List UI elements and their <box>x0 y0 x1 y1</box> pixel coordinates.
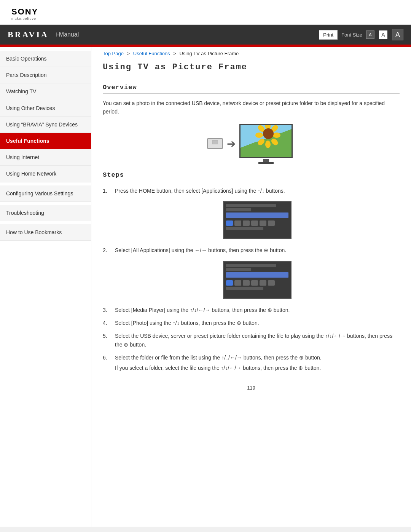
tv-screen <box>239 124 293 158</box>
bravia-logo: BRAVIA <box>8 30 49 40</box>
step-text-1: Press the HOME button, then select [Appl… <box>115 187 400 197</box>
sidebar: Basic OperationsParts DescriptionWatchin… <box>0 47 91 527</box>
sunflower-center <box>263 128 274 139</box>
sunflower <box>261 127 275 141</box>
step-num-2: 2. <box>103 246 112 256</box>
mock-icon-5 <box>268 280 275 286</box>
usb-icon <box>207 138 223 149</box>
petal-br <box>270 137 279 146</box>
sidebar-item-useful-functions[interactable]: Useful Functions <box>0 133 91 149</box>
step-item-4: 4.Select [Photo] using the ↑/↓ buttons, … <box>103 319 400 329</box>
petal-bot <box>265 141 271 148</box>
step-item-3: 3.Select [Media Player] using the ↑/↓/←/… <box>103 306 400 316</box>
step-item-2: 2.Select [All Applications] using the ←/… <box>103 246 400 256</box>
content-area: Top Page > Useful Functions > Using TV a… <box>91 47 411 527</box>
sidebar-item-parts-description[interactable]: Parts Description <box>0 67 91 83</box>
mock-icon-2 <box>243 220 250 226</box>
petal-r <box>273 133 280 138</box>
step-num-6: 6. <box>103 353 112 374</box>
breadcrumb-sep1: > <box>127 51 130 56</box>
step-item-6: 6.Select the folder or file from the lis… <box>103 353 400 374</box>
step-num-5: 5. <box>103 332 112 350</box>
nav-bar: BRAVIA i-Manual Print Font Size A A A <box>0 25 411 45</box>
sidebar-item-how-to-use-bookmarks[interactable]: How to Use Bookmarks <box>0 224 91 241</box>
imanual-label: i-Manual <box>56 31 79 38</box>
sidebar-item-using-bravia-sync[interactable]: Using “BRAVIA” Sync Devices <box>0 117 91 133</box>
petal-bl <box>256 137 266 146</box>
usb-body <box>207 138 223 149</box>
mock-icon-1 <box>234 280 241 286</box>
nav-controls: Print Font Size A A A <box>319 29 403 40</box>
petal-l <box>255 133 263 138</box>
steps-heading: Steps <box>103 171 400 181</box>
page-title: Using TV as Picture Frame <box>103 62 400 76</box>
step-item-1: 1.Press the HOME button, then select [Ap… <box>103 187 400 197</box>
step-text-2: Select [All Applications] using the ←/→ … <box>115 246 400 256</box>
mock-icon-3 <box>251 220 258 226</box>
font-size-label: Font Size <box>341 32 362 38</box>
usb-connector <box>212 141 218 144</box>
sidebar-item-configuring-settings[interactable]: Configuring Various Settings <box>0 185 91 202</box>
top-bar: SONY make.believe <box>0 0 411 25</box>
mock-icon-1 <box>234 220 241 226</box>
step-num-3: 3. <box>103 306 112 316</box>
step-text-5: Select the USB device, server or preset … <box>115 332 400 350</box>
mock-icon-5 <box>268 220 275 226</box>
steps-section: Steps 1.Press the HOME button, then sele… <box>103 171 400 374</box>
sony-tagline: make.believe <box>11 17 36 21</box>
mock-icon-2 <box>243 280 250 286</box>
step-text-6: Select the folder or file from the list … <box>115 353 400 374</box>
print-button[interactable]: Print <box>319 30 338 40</box>
step-screenshot-1 <box>103 201 400 239</box>
font-medium-button[interactable]: A <box>378 30 388 40</box>
mock-icon-4 <box>260 280 266 286</box>
font-large-button[interactable]: A <box>392 29 403 40</box>
sony-wordmark: SONY <box>11 7 38 17</box>
tv-base <box>258 162 274 164</box>
mock-icon-0 <box>226 220 233 226</box>
mock-icon-3 <box>251 280 258 286</box>
overview-text: You can set a photo in the connected USB… <box>103 99 400 116</box>
main-layout: Basic OperationsParts DescriptionWatchin… <box>0 47 411 527</box>
step-list: 1.Press the HOME button, then select [Ap… <box>103 187 400 374</box>
step-text-4: Select [Photo] using the ↑/↓ buttons, th… <box>115 319 400 329</box>
step-text-3: Select [Media Player] using the ↑/↓/←/→ … <box>115 306 400 316</box>
sidebar-item-using-other-devices[interactable]: Using Other Devices <box>0 100 91 117</box>
breadcrumb-top-page[interactable]: Top Page <box>103 51 124 56</box>
sidebar-item-troubleshooting[interactable]: Troubleshooting <box>0 205 91 221</box>
sidebar-item-basic-operations[interactable]: Basic Operations <box>0 51 91 67</box>
breadcrumb-useful-functions[interactable]: Useful Functions <box>133 51 170 56</box>
overview-heading: Overview <box>103 84 400 94</box>
sony-logo: SONY make.believe <box>11 7 400 21</box>
breadcrumb-current: Using TV as Picture Frame <box>179 51 239 56</box>
screen-mockup-1 <box>223 201 292 239</box>
page-number: 119 <box>103 385 400 391</box>
arrow-icon: ➔ <box>227 137 236 150</box>
font-small-button[interactable]: A <box>366 30 374 39</box>
step-item-5: 5.Select the USB device, server or prese… <box>103 332 400 350</box>
step-num-4: 4. <box>103 319 112 329</box>
step-screenshot-2 <box>103 261 400 299</box>
sidebar-item-watching-tv[interactable]: Watching TV <box>0 83 91 100</box>
tv-sunflower-illustration <box>239 124 296 164</box>
step-num-1: 1. <box>103 187 112 197</box>
mock-icon-0 <box>226 280 233 286</box>
breadcrumb-sep2: > <box>173 51 176 56</box>
breadcrumb: Top Page > Useful Functions > Using TV a… <box>103 51 400 56</box>
sidebar-item-using-internet[interactable]: Using Internet <box>0 149 91 166</box>
screen-mockup-2 <box>223 261 292 299</box>
mock-icon-4 <box>260 220 266 226</box>
usb-tv-illustration: ➔ <box>103 124 400 164</box>
sidebar-item-using-home-network[interactable]: Using Home Network <box>0 166 91 182</box>
